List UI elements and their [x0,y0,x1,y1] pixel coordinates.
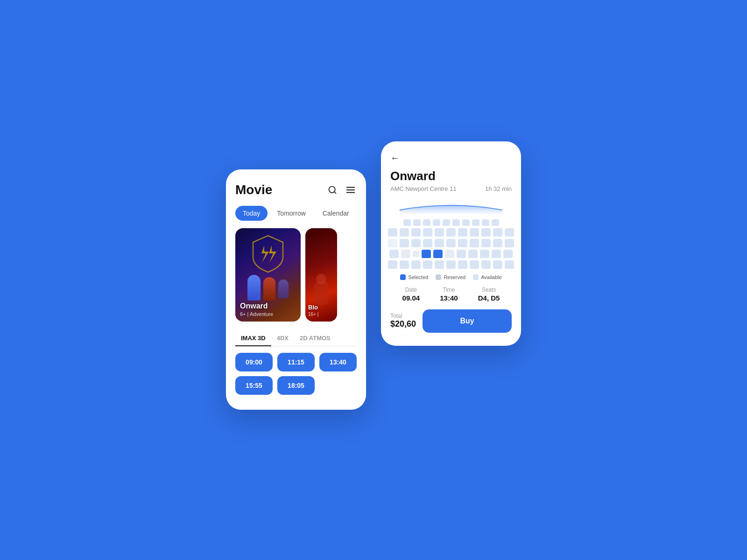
seat-grid [390,219,512,269]
seat-c9[interactable] [481,239,491,247]
seat-d10[interactable] [492,250,501,258]
seat-b4[interactable] [423,228,432,237]
seat-d2[interactable] [401,250,410,258]
seat-a8[interactable] [472,219,479,226]
format-tab-4dx[interactable]: 4DX [271,331,294,346]
seat-d3[interactable] [413,251,419,257]
onward-characters [242,275,294,303]
header-icons [327,184,357,196]
onward-bg: Onward 6+ | Adventure [235,228,301,322]
showtime-1555[interactable]: 15:55 [235,376,273,395]
seat-c10[interactable] [493,239,502,247]
screens-container: Movie Today Tomorrow Calendar [226,141,521,410]
seat-a5[interactable] [443,219,450,226]
seat-b10[interactable] [493,228,502,237]
showtime-1340[interactable]: 13:40 [319,353,357,371]
blood-figure [314,282,328,305]
seat-e3[interactable] [411,260,421,269]
onward-shield [251,234,285,273]
movies-row: Onward 6+ | Adventure Blo 16+ | [235,228,357,322]
search-button[interactable] [327,184,338,196]
seat-b9[interactable] [481,228,491,237]
seat-e5[interactable] [435,260,444,269]
seat-a9[interactable] [482,219,489,226]
seat-e9[interactable] [481,260,491,269]
seat-a4[interactable] [433,219,440,226]
tab-calendar[interactable]: Calendar [315,206,357,221]
seat-a2[interactable] [413,219,421,226]
page-title: Movie [235,182,272,197]
seat-c8[interactable] [470,239,479,247]
seat-b2[interactable] [400,228,409,237]
seat-c6[interactable] [446,239,456,247]
seat-row-a [403,219,499,226]
seat-a7[interactable] [462,219,470,226]
total-section: Total $20,60 [390,313,416,329]
seat-e7[interactable] [458,260,467,269]
seat-c1[interactable] [388,239,397,247]
booking-time: Time 13:40 [440,287,458,302]
seat-d5[interactable] [433,250,443,258]
seat-c4[interactable] [423,239,432,247]
seat-e10[interactable] [493,260,502,269]
back-button[interactable]: ← [390,153,400,163]
movie-duration: 1h 32 min [485,185,512,192]
seat-c3[interactable] [411,239,421,247]
total-label: Total [390,313,416,319]
movie-venue: AMC Newport Centre 11 [390,185,457,192]
format-tab-imax[interactable]: IMAX 3D [235,331,271,346]
seat-a6[interactable] [452,219,460,226]
seat-b3[interactable] [411,228,421,237]
showtime-0900[interactable]: 09:00 [235,353,273,371]
seat-c2[interactable] [400,239,409,247]
seat-e8[interactable] [470,260,479,269]
seat-b6[interactable] [446,228,456,237]
seat-e4[interactable] [423,260,432,269]
seat-b8[interactable] [470,228,479,237]
buy-button[interactable]: Buy [423,309,512,333]
seat-a10[interactable] [492,219,499,226]
seat-a3[interactable] [423,219,430,226]
blood-head [316,274,326,284]
seat-b5[interactable] [435,228,444,237]
movie-card-blood[interactable]: Blo 16+ | [305,228,337,322]
seat-e2[interactable] [400,260,409,269]
menu-button[interactable] [345,184,357,196]
seat-b1[interactable] [388,228,397,237]
seat-d1[interactable] [389,250,399,258]
phone-header: Movie [235,182,357,197]
seat-b11[interactable] [505,228,514,237]
seat-row-e [388,260,514,269]
seat-d7[interactable] [457,250,466,258]
seat-d9[interactable] [480,250,489,258]
format-tabs: IMAX 3D 4DX 2D ATMOS [235,331,357,346]
booking-seats-label: Seats [478,287,500,293]
seat-d8[interactable] [468,250,478,258]
seat-c5[interactable] [435,239,444,247]
legend-available: Available [473,274,501,280]
movie-detail-sub: AMC Newport Centre 11 1h 32 min [390,185,512,192]
format-tab-2datmos[interactable]: 2D ATMOS [294,331,336,346]
booking-time-value: 13:40 [440,294,458,302]
showtime-1115[interactable]: 11:15 [277,353,315,371]
seat-c11[interactable] [505,239,514,247]
seat-d6[interactable] [445,250,454,258]
seat-e1[interactable] [388,260,397,269]
legend-reserved: Reserved [436,274,465,280]
seat-e6[interactable] [446,260,456,269]
seat-e11[interactable] [505,260,514,269]
seat-d4[interactable] [422,250,431,258]
legend-dot-selected [400,274,406,280]
seat-c7[interactable] [458,239,467,247]
seat-d11[interactable] [503,250,513,258]
seat-a1[interactable] [403,219,411,226]
screen-svg [395,200,507,214]
legend-selected-label: Selected [408,274,428,280]
showtimes-grid: 09:00 11:15 13:40 15:55 18:05 [235,353,357,395]
tab-tomorrow[interactable]: Tomorrow [269,206,313,221]
movie-card-onward[interactable]: Onward 6+ | Adventure [235,228,301,322]
tab-today[interactable]: Today [235,206,268,221]
showtime-1805[interactable]: 18:05 [277,376,315,395]
booking-details: Date 09.04 Time 13:40 Seats D4, D5 [390,287,512,302]
seat-b7[interactable] [458,228,467,237]
